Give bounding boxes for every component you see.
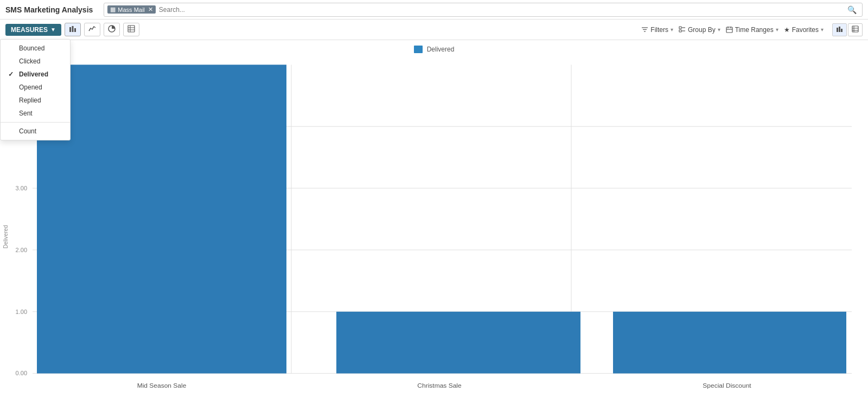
svg-rect-12 bbox=[679, 30, 681, 32]
replied-label: Replied bbox=[19, 97, 41, 104]
measures-dropdown: Bounced Clicked ✓ Delivered Opened Repli… bbox=[0, 39, 71, 140]
measures-label: MEASURES bbox=[11, 26, 48, 34]
bar-christmas-sale bbox=[336, 312, 580, 374]
star-icon: ★ bbox=[784, 26, 790, 34]
top-bar: SMS Marketing Analysis ▦ Mass Mail ✕ 🔍 bbox=[0, 0, 868, 20]
favorites-button[interactable]: ★ Favorites ▾ bbox=[784, 26, 824, 34]
search-tag-close-icon[interactable]: ✕ bbox=[148, 6, 153, 13]
svg-rect-1 bbox=[72, 26, 73, 32]
search-tag-label: Mass Mail bbox=[118, 7, 145, 13]
sent-check-icon bbox=[8, 110, 16, 117]
favorites-label: Favorites bbox=[792, 26, 819, 34]
count-label: Count bbox=[19, 127, 36, 135]
delivered-check-icon: ✓ bbox=[8, 70, 16, 78]
bounced-label: Bounced bbox=[19, 44, 44, 52]
table-icon bbox=[127, 25, 135, 33]
legend-color-box bbox=[414, 46, 423, 53]
search-input[interactable] bbox=[159, 6, 845, 14]
replied-check-icon bbox=[8, 97, 16, 104]
dropdown-divider bbox=[1, 122, 70, 123]
search-tag[interactable]: ▦ Mass Mail ✕ bbox=[107, 5, 156, 14]
filter-controls: Filters ▾ Group By ▾ Time Ranges ▾ ★ Fav… bbox=[641, 26, 824, 34]
legend-label: Delivered bbox=[427, 46, 455, 53]
table-view-button[interactable] bbox=[123, 23, 139, 36]
chart-view-button[interactable] bbox=[832, 23, 847, 36]
calendar-icon bbox=[726, 26, 733, 33]
bounced-check-icon bbox=[8, 44, 16, 52]
bar-chart-icon bbox=[69, 25, 76, 33]
dropdown-item-count[interactable]: Count bbox=[1, 125, 70, 138]
svg-rect-11 bbox=[679, 27, 681, 29]
line-chart-view-button[interactable] bbox=[84, 23, 100, 36]
svg-rect-19 bbox=[837, 28, 838, 32]
bar-chart-view-button[interactable] bbox=[65, 23, 81, 36]
opened-label: Opened bbox=[19, 84, 42, 91]
filters-arrow-icon: ▾ bbox=[671, 27, 673, 33]
group-by-button[interactable]: Group By ▾ bbox=[679, 26, 720, 34]
svg-rect-0 bbox=[69, 27, 71, 32]
list-view-button[interactable] bbox=[848, 23, 863, 36]
dropdown-item-clicked[interactable]: Clicked bbox=[1, 55, 70, 68]
y-label-3: 3.00 bbox=[16, 185, 27, 191]
toolbar: MEASURES ▼ Filters ▾ Group By ▾ Time Ran… bbox=[0, 20, 868, 40]
svg-rect-21 bbox=[841, 29, 843, 32]
line-chart-icon bbox=[88, 25, 96, 33]
svg-rect-20 bbox=[839, 27, 840, 32]
y-label-0: 0.00 bbox=[16, 370, 27, 377]
favorites-arrow-icon: ▾ bbox=[821, 27, 824, 33]
page-title: SMS Marketing Analysis bbox=[5, 5, 93, 14]
count-check-icon bbox=[8, 127, 16, 135]
chart-svg: 0.00 1.00 2.00 3.00 4.00 Delivered Mid S… bbox=[0, 60, 868, 394]
right-view-buttons bbox=[832, 23, 863, 36]
dropdown-item-opened[interactable]: Opened bbox=[1, 81, 70, 94]
x-label-special-discount: Special Discount bbox=[703, 382, 751, 389]
filters-label: Filters bbox=[650, 26, 668, 34]
x-label-mid-season: Mid Season Sale bbox=[137, 382, 187, 389]
svg-rect-4 bbox=[128, 25, 135, 32]
search-button[interactable]: 🔍 bbox=[845, 5, 859, 14]
delivered-label: Delivered bbox=[19, 70, 48, 78]
dropdown-item-replied[interactable]: Replied bbox=[1, 94, 70, 107]
list-icon bbox=[852, 25, 859, 33]
chart-svg-wrapper: 0.00 1.00 2.00 3.00 4.00 Delivered Mid S… bbox=[0, 60, 868, 394]
dropdown-item-delivered[interactable]: ✓ Delivered bbox=[1, 68, 70, 81]
chart-area: Delivered 0.00 1.00 2.00 3.00 bbox=[0, 40, 868, 394]
svg-rect-22 bbox=[852, 26, 858, 32]
opened-check-icon bbox=[8, 84, 16, 91]
filters-button[interactable]: Filters ▾ bbox=[641, 26, 673, 34]
x-label-christmas: Christmas Sale bbox=[417, 382, 461, 389]
search-tag-icon: ▦ bbox=[110, 6, 116, 13]
group-by-label: Group By bbox=[688, 26, 716, 34]
pie-chart-icon bbox=[108, 25, 116, 33]
chart-legend: Delivered bbox=[0, 40, 868, 55]
time-ranges-button[interactable]: Time Ranges ▾ bbox=[726, 26, 778, 34]
search-area: ▦ Mass Mail ✕ 🔍 bbox=[104, 3, 863, 17]
measures-button[interactable]: MEASURES ▼ bbox=[5, 24, 61, 36]
y-label-1: 1.00 bbox=[16, 309, 27, 315]
svg-rect-2 bbox=[74, 28, 76, 32]
group-by-arrow-icon: ▾ bbox=[718, 27, 720, 33]
dropdown-item-sent[interactable]: Sent bbox=[1, 107, 70, 120]
clicked-label: Clicked bbox=[19, 57, 40, 65]
bar-mid-season-sale bbox=[37, 65, 286, 373]
filter-icon bbox=[641, 26, 648, 33]
y-axis-title: Delivered bbox=[2, 225, 9, 248]
sent-label: Sent bbox=[19, 110, 33, 117]
svg-rect-15 bbox=[726, 27, 732, 33]
bar-special-discount bbox=[613, 312, 846, 374]
y-label-2: 2.00 bbox=[16, 247, 27, 253]
time-ranges-arrow-icon: ▾ bbox=[776, 27, 778, 33]
dropdown-item-bounced[interactable]: Bounced bbox=[1, 42, 70, 55]
chart-icon bbox=[836, 25, 843, 33]
pie-chart-view-button[interactable] bbox=[104, 23, 120, 36]
measures-arrow-icon: ▼ bbox=[50, 27, 56, 33]
time-ranges-label: Time Ranges bbox=[735, 26, 774, 34]
clicked-check-icon bbox=[8, 57, 16, 65]
group-by-icon bbox=[679, 26, 686, 33]
